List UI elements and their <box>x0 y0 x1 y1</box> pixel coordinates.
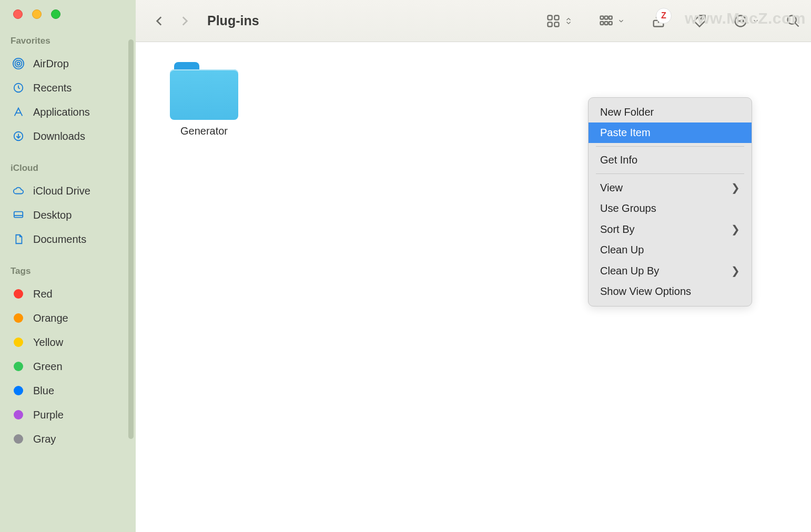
sidebar-item-tag-red[interactable]: Red <box>0 282 136 306</box>
svg-rect-7 <box>554 15 559 19</box>
sidebar-item-label: Desktop <box>33 209 72 221</box>
context-menu-clean-up-by[interactable]: Clean Up By ❯ <box>589 260 752 281</box>
sidebar-section-icloud-label: iCloud <box>0 163 136 173</box>
context-menu-new-folder[interactable]: New Folder <box>589 102 752 122</box>
sidebar-item-label: Purple <box>33 409 64 421</box>
view-icons-button[interactable] <box>546 14 572 28</box>
sidebar-item-airdrop[interactable]: AirDrop <box>0 52 136 76</box>
svg-point-1 <box>15 60 22 67</box>
sidebar-item-label: Green <box>33 361 63 373</box>
context-menu-clean-up[interactable]: Clean Up <box>589 240 752 260</box>
context-menu-view[interactable]: View ❯ <box>589 177 752 198</box>
tag-yellow-icon <box>12 335 25 349</box>
folder-item[interactable]: Generator <box>162 62 246 137</box>
sidebar-item-icloud-drive[interactable]: iCloud Drive <box>0 179 136 203</box>
context-menu-sort-by[interactable]: Sort By ❯ <box>589 219 752 240</box>
sidebar-item-label: AirDrop <box>33 58 69 70</box>
svg-rect-9 <box>554 22 559 26</box>
desktop-icon <box>12 208 25 222</box>
sidebar-item-label: iCloud Drive <box>33 185 90 197</box>
watermark-badge: Z <box>656 8 672 24</box>
context-menu-item-label: New Folder <box>600 106 654 118</box>
context-menu-get-info[interactable]: Get Info <box>589 150 752 170</box>
sidebar-item-label: Red <box>33 288 53 300</box>
sidebar-item-tag-blue[interactable]: Blue <box>0 378 136 403</box>
tag-blue-icon <box>12 384 25 397</box>
tag-purple-icon <box>12 408 25 422</box>
svg-point-0 <box>17 62 20 65</box>
svg-point-17 <box>701 17 703 19</box>
window-controls <box>0 9 136 19</box>
sidebar-item-label: Recents <box>33 82 72 94</box>
sidebar-item-recents[interactable]: Recents <box>0 76 136 100</box>
sidebar-item-tag-orange[interactable]: Orange <box>0 306 136 330</box>
airdrop-icon <box>12 57 25 70</box>
chevron-right-icon: ❯ <box>731 181 740 194</box>
svg-rect-10 <box>601 16 604 19</box>
svg-rect-15 <box>609 22 612 25</box>
svg-rect-8 <box>548 22 552 26</box>
svg-rect-12 <box>609 16 612 19</box>
context-menu-item-label: Show View Options <box>600 285 691 298</box>
cloud-icon <box>12 184 25 198</box>
svg-rect-13 <box>601 22 604 25</box>
sidebar-item-documents[interactable]: Documents <box>0 227 136 251</box>
tags-button[interactable] <box>692 14 707 28</box>
context-menu-use-groups[interactable]: Use Groups <box>589 198 752 219</box>
chevron-right-icon: ❯ <box>731 223 740 236</box>
sidebar: Favorites AirDrop Recents Applications D… <box>0 0 136 532</box>
svg-rect-5 <box>14 212 23 218</box>
sidebar-item-label: Applications <box>33 106 90 118</box>
svg-point-19 <box>740 20 741 21</box>
window-title: Plug-ins <box>207 13 259 28</box>
chevron-right-icon: ❯ <box>731 264 740 277</box>
tag-gray-icon <box>12 432 25 446</box>
sidebar-item-downloads[interactable]: Downloads <box>0 124 136 148</box>
svg-rect-14 <box>605 22 608 25</box>
context-menu-paste-item[interactable]: Paste Item <box>589 122 752 143</box>
close-button[interactable] <box>13 9 23 19</box>
minimize-button[interactable] <box>32 9 42 19</box>
action-button[interactable] <box>733 14 759 28</box>
svg-rect-11 <box>605 16 608 19</box>
sidebar-item-applications[interactable]: Applications <box>0 100 136 124</box>
svg-point-22 <box>788 15 796 24</box>
sidebar-item-label: Gray <box>33 433 56 445</box>
back-button[interactable] <box>151 13 167 29</box>
context-menu-item-label: Clean Up By <box>600 265 659 277</box>
maximize-button[interactable] <box>51 9 60 19</box>
sidebar-item-tag-purple[interactable]: Purple <box>0 403 136 427</box>
context-menu-item-label: View <box>600 182 623 194</box>
downloads-icon <box>12 129 25 143</box>
context-menu-item-label: Paste Item <box>600 127 651 139</box>
tag-red-icon <box>12 287 25 301</box>
context-menu-item-label: Sort By <box>600 223 635 236</box>
forward-button[interactable] <box>177 13 192 29</box>
sidebar-item-label: Documents <box>33 233 86 245</box>
sidebar-item-label: Orange <box>33 312 68 324</box>
search-button[interactable] <box>786 14 800 28</box>
svg-rect-6 <box>548 15 552 19</box>
sidebar-scrollbar[interactable] <box>128 39 134 439</box>
sidebar-item-label: Downloads <box>33 130 85 142</box>
context-menu-item-label: Get Info <box>600 154 637 166</box>
context-menu-show-view-options[interactable]: Show View Options <box>589 281 752 302</box>
svg-point-20 <box>737 20 738 21</box>
sidebar-item-tag-gray[interactable]: Gray <box>0 427 136 451</box>
document-icon <box>12 232 25 246</box>
context-menu-separator <box>596 173 744 174</box>
sidebar-item-tag-yellow[interactable]: Yellow <box>0 330 136 354</box>
context-menu: New Folder Paste Item Get Info View ❯ Us… <box>588 97 752 306</box>
context-menu-item-label: Clean Up <box>600 244 644 256</box>
sidebar-section-favorites-label: Favorites <box>0 36 136 46</box>
tag-orange-icon <box>12 311 25 325</box>
group-by-button[interactable] <box>599 14 625 28</box>
finder-window: Favorites AirDrop Recents Applications D… <box>0 0 811 532</box>
sidebar-item-tag-green[interactable]: Green <box>0 354 136 378</box>
main-pane: Plug-ins <box>136 0 811 532</box>
folder-label: Generator <box>162 125 246 137</box>
tag-green-icon <box>12 360 25 373</box>
context-menu-item-label: Use Groups <box>600 202 656 214</box>
content-area[interactable]: Generator New Folder Paste Item Get Info… <box>136 42 811 532</box>
sidebar-item-desktop[interactable]: Desktop <box>0 203 136 227</box>
